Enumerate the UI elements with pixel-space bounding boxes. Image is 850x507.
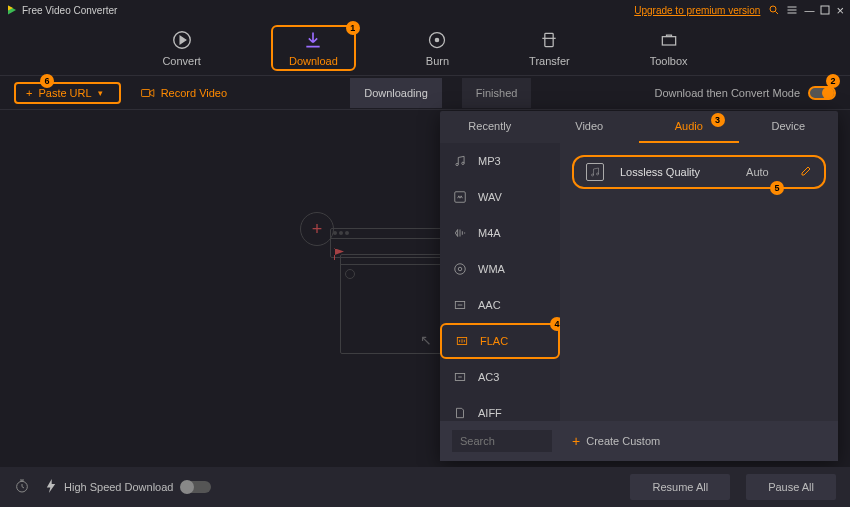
format-icon: [452, 297, 468, 313]
format-panel: Recently Video Audio 3 Device MP3WAVM4AW…: [440, 111, 838, 461]
format-aac[interactable]: AAC: [440, 287, 560, 323]
tab-device[interactable]: Device: [739, 111, 839, 143]
format-aiff[interactable]: AIFF: [440, 395, 560, 421]
svg-rect-18: [455, 192, 466, 203]
tab-audio-label: Audio: [675, 120, 703, 132]
maximize-button[interactable]: [820, 5, 830, 15]
format-list[interactable]: MP3WAVM4AWMAAACFLAC4AC3AIFF: [440, 143, 560, 421]
badge-6: 6: [40, 74, 54, 88]
badge-1: 1: [346, 21, 360, 35]
nav-transfer-label: Transfer: [529, 55, 570, 67]
nav-convert[interactable]: Convert: [152, 25, 211, 71]
search-icon[interactable]: [768, 4, 780, 16]
nav-toolbox[interactable]: Toolbox: [640, 25, 698, 71]
top-nav: Convert 1 Download Burn Transfer Toolbox: [0, 20, 850, 76]
tab-finished[interactable]: Finished: [462, 78, 532, 108]
tab-downloading[interactable]: Downloading: [350, 78, 442, 108]
svg-line-3: [776, 12, 779, 15]
svg-point-20: [458, 267, 462, 271]
nav-transfer[interactable]: Transfer: [519, 25, 580, 71]
format-icon: [452, 153, 468, 169]
format-wav[interactable]: WAV: [440, 179, 560, 215]
create-custom-button[interactable]: + Create Custom: [572, 433, 660, 449]
paste-url-button[interactable]: 6 + Paste URL ▾: [14, 82, 121, 104]
svg-marker-9: [180, 36, 186, 43]
quality-label: Lossless Quality: [620, 166, 700, 178]
panel-tabs: Recently Video Audio 3 Device: [440, 111, 838, 143]
format-icon: [452, 261, 468, 277]
logo-icon: [6, 4, 18, 16]
format-icon: [452, 405, 468, 421]
plus-circle-icon: +: [300, 212, 334, 246]
svg-rect-7: [821, 6, 829, 14]
edit-icon[interactable]: [800, 165, 812, 179]
format-wma[interactable]: WMA: [440, 251, 560, 287]
menu-icon[interactable]: [786, 4, 798, 16]
cursor-icon: ↖: [420, 332, 432, 348]
clock-icon[interactable]: [14, 478, 30, 496]
format-label: WAV: [478, 191, 502, 203]
record-video-label: Record Video: [161, 87, 227, 99]
download-icon: [302, 29, 324, 51]
format-icon: [452, 189, 468, 205]
transfer-icon: [538, 29, 560, 51]
hsd-label: High Speed Download: [64, 481, 173, 493]
svg-point-11: [436, 38, 439, 41]
quality-value: Auto: [746, 166, 769, 178]
plus-icon: +: [572, 433, 580, 449]
svg-rect-15: [141, 89, 149, 96]
nav-download[interactable]: 1 Download: [271, 25, 356, 71]
svg-point-19: [455, 264, 466, 275]
format-flac[interactable]: FLAC4: [440, 323, 560, 359]
app-title: Free Video Converter: [22, 5, 117, 16]
format-m4a[interactable]: M4A: [440, 215, 560, 251]
badge-2: 2: [826, 74, 840, 88]
format-label: AAC: [478, 299, 501, 311]
badge-4: 4: [550, 317, 560, 331]
nav-toolbox-label: Toolbox: [650, 55, 688, 67]
hsd-toggle[interactable]: [181, 481, 211, 493]
toolbox-icon: [658, 29, 680, 51]
svg-point-17: [462, 162, 464, 164]
camera-icon: [141, 87, 155, 99]
quality-icon: [586, 163, 604, 181]
sub-bar: 6 + Paste URL ▾ Record Video Downloading…: [0, 76, 850, 110]
format-icon: [452, 369, 468, 385]
search-input[interactable]: [452, 430, 552, 452]
nav-burn[interactable]: Burn: [416, 25, 459, 71]
format-label: AC3: [478, 371, 499, 383]
bottom-bar: High Speed Download Resume All Pause All: [0, 467, 850, 507]
tab-recently[interactable]: Recently: [440, 111, 540, 143]
chevron-down-icon: ▾: [98, 88, 103, 98]
titlebar: Free Video Converter Upgrade to premium …: [0, 0, 850, 20]
format-icon: [452, 225, 468, 241]
paste-url-label: Paste URL: [38, 87, 91, 99]
format-label: MP3: [478, 155, 501, 167]
resume-all-button[interactable]: Resume All: [630, 474, 730, 500]
panel-footer: + Create Custom: [440, 421, 838, 461]
convert-mode-label: Download then Convert Mode: [654, 87, 800, 99]
convert-mode-toggle[interactable]: 2: [808, 86, 836, 100]
format-mp3[interactable]: MP3: [440, 143, 560, 179]
create-custom-label: Create Custom: [586, 435, 660, 447]
svg-rect-12: [545, 33, 553, 46]
record-video-button[interactable]: Record Video: [141, 87, 227, 99]
format-label: AIFF: [478, 407, 502, 419]
high-speed-download: High Speed Download: [46, 479, 211, 495]
quality-row[interactable]: Lossless Quality Auto 5: [572, 155, 826, 189]
badge-5: 5: [770, 181, 784, 195]
app-logo: Free Video Converter: [6, 4, 117, 16]
svg-point-2: [770, 6, 776, 12]
svg-point-16: [456, 163, 458, 165]
svg-rect-14: [662, 36, 675, 44]
minimize-button[interactable]: —: [804, 5, 814, 16]
format-label: WMA: [478, 263, 505, 275]
tab-audio[interactable]: Audio 3: [639, 111, 739, 143]
format-ac3[interactable]: AC3: [440, 359, 560, 395]
pause-all-button[interactable]: Pause All: [746, 474, 836, 500]
upgrade-link[interactable]: Upgrade to premium version: [634, 5, 760, 16]
svg-point-24: [592, 174, 594, 176]
close-button[interactable]: ×: [836, 3, 844, 18]
tab-video[interactable]: Video: [540, 111, 640, 143]
format-label: M4A: [478, 227, 501, 239]
